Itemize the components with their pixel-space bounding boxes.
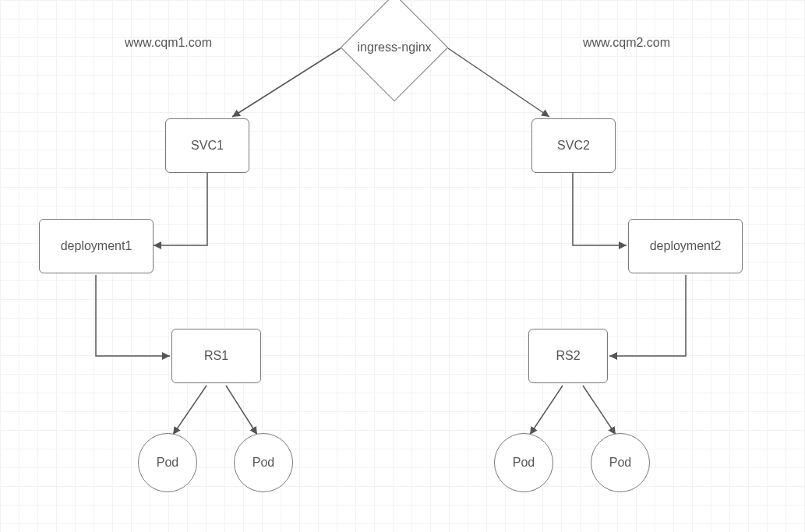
node-svc1: SVC1 <box>165 118 249 173</box>
svg-line-4 <box>530 386 563 435</box>
node-ingress-label: ingress-nginx <box>356 9 433 86</box>
svg-line-5 <box>583 386 616 435</box>
node-rs1: RS1 <box>171 329 261 383</box>
node-rs2: RS2 <box>528 329 608 383</box>
label-right-domain: www.cqm2.com <box>583 36 670 50</box>
node-deployment1: deployment1 <box>39 219 154 273</box>
svg-line-1 <box>448 48 549 117</box>
node-rs2-label: RS2 <box>556 349 580 363</box>
node-deployment2-label: deployment2 <box>650 239 722 253</box>
svg-line-0 <box>232 48 341 117</box>
node-svc1-label: SVC1 <box>191 139 224 153</box>
node-pod-right-1: Pod <box>494 433 553 492</box>
node-svc2: SVC2 <box>531 118 616 173</box>
node-deployment2: deployment2 <box>628 219 743 273</box>
label-left-domain: www.cqm1.com <box>125 36 212 50</box>
node-pod-left-1-label: Pod <box>157 456 178 470</box>
node-pod-right-1-label: Pod <box>513 456 535 470</box>
node-pod-left-2: Pod <box>234 433 293 492</box>
node-svc2-label: SVC2 <box>557 139 590 153</box>
node-ingress: ingress-nginx <box>356 9 433 86</box>
node-pod-right-2-label: Pod <box>609 456 631 470</box>
node-pod-left-1: Pod <box>138 433 197 492</box>
node-rs1-label: RS1 <box>204 349 228 363</box>
node-pod-left-2-label: Pod <box>252 456 274 470</box>
svg-line-2 <box>173 386 207 435</box>
node-pod-right-2: Pod <box>591 433 650 492</box>
svg-line-3 <box>226 386 257 435</box>
diagram-canvas: www.cqm1.com www.cqm2.com ingress-nginx … <box>0 0 805 532</box>
node-deployment1-label: deployment1 <box>61 239 132 253</box>
